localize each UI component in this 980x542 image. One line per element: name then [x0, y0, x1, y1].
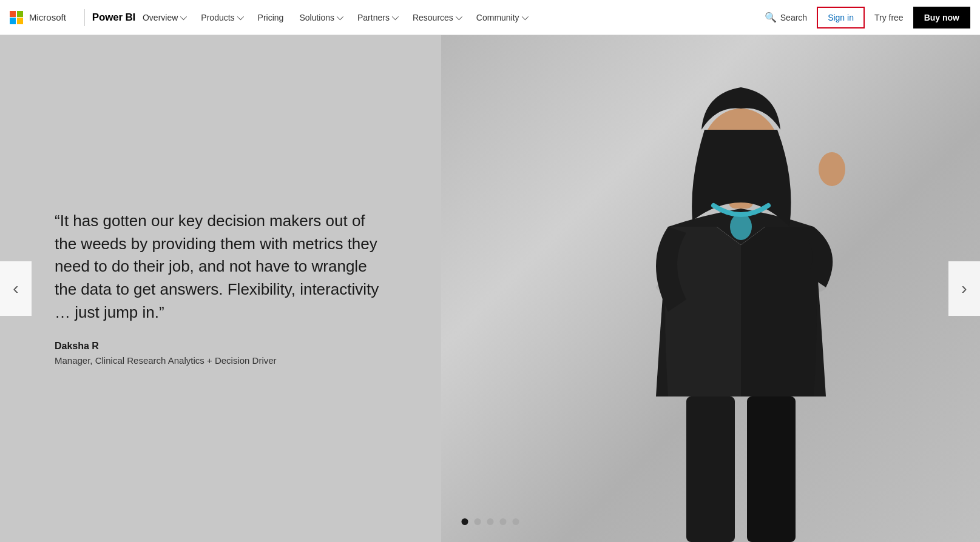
- brand-logo-link[interactable]: Microsoft: [10, 11, 66, 24]
- carousel-dot-2[interactable]: [487, 518, 493, 525]
- person-illustration: [589, 57, 893, 542]
- svg-rect-2: [747, 396, 796, 542]
- svg-rect-1: [686, 396, 735, 542]
- microsoft-label: Microsoft: [29, 12, 66, 22]
- carousel-dot-3[interactable]: [499, 518, 506, 525]
- nav-solutions[interactable]: Solutions: [292, 0, 349, 35]
- carousel-dot-1[interactable]: [474, 518, 481, 525]
- svg-point-6: [730, 213, 752, 240]
- chevron-down-icon: [456, 13, 462, 19]
- nav-products[interactable]: Products: [194, 0, 249, 35]
- carousel-dot-0[interactable]: [461, 518, 468, 525]
- hero-quote: “It has gotten our key decision makers o…: [55, 210, 382, 324]
- search-button[interactable]: 🔍 Search: [757, 0, 814, 35]
- chevron-down-icon: [237, 13, 243, 19]
- signin-button[interactable]: Sign in: [817, 7, 865, 28]
- chevron-down-icon: [180, 13, 187, 19]
- hero-person-name: Daksha R: [55, 341, 382, 352]
- carousel-prev-button[interactable]: ‹: [0, 261, 32, 316]
- svg-point-5: [819, 152, 845, 186]
- chevron-down-icon: [337, 13, 343, 19]
- hero-image: [441, 35, 980, 542]
- chevron-down-icon: [392, 13, 399, 19]
- carousel-dot-4[interactable]: [512, 518, 519, 525]
- nav-overview[interactable]: Overview: [135, 0, 192, 35]
- hero-content: “It has gotten our key decision makers o…: [55, 210, 382, 367]
- nav-links: Overview Products Pricing Solutions Part…: [135, 0, 757, 35]
- carousel-next-button[interactable]: ›: [948, 261, 980, 316]
- chevron-left-icon: ‹: [13, 279, 18, 298]
- brand-divider: [84, 9, 85, 26]
- nav-resources[interactable]: Resources: [405, 0, 468, 35]
- nav-community[interactable]: Community: [469, 0, 534, 35]
- chevron-down-icon: [521, 13, 528, 19]
- search-icon: 🔍: [765, 12, 777, 23]
- nav-pricing[interactable]: Pricing: [251, 0, 291, 35]
- product-name: Power BI: [92, 12, 135, 24]
- carousel-dots: [461, 518, 519, 525]
- hero-person-title: Manager, Clinical Research Analytics + D…: [55, 355, 382, 367]
- hero-section: “It has gotten our key decision makers o…: [0, 35, 980, 542]
- microsoft-logo: [10, 11, 23, 24]
- nav-partners[interactable]: Partners: [350, 0, 404, 35]
- tryfree-button[interactable]: Try free: [867, 7, 911, 28]
- chevron-right-icon: ›: [961, 279, 967, 298]
- nav-actions: 🔍 Search Sign in Try free Buy now: [757, 0, 970, 35]
- navbar: Microsoft Power BI Overview Products Pri…: [0, 0, 980, 35]
- buynow-button[interactable]: Buy now: [913, 7, 970, 28]
